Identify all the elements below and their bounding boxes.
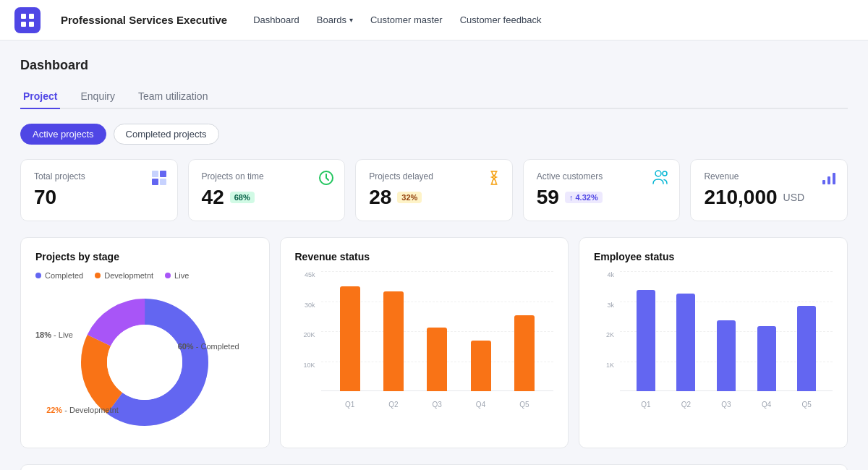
svg-point-10: [663, 171, 667, 176]
nav-customer-master[interactable]: Customer master: [370, 12, 443, 28]
filter-active-projects[interactable]: Active projects: [20, 124, 106, 145]
bar-q3: [427, 328, 447, 391]
live-dot: [165, 273, 171, 278]
employee-bar-q2: [676, 294, 695, 391]
x-label-q2: Q2: [383, 401, 404, 409]
tab-enquiry[interactable]: Enquiry: [77, 85, 117, 109]
legend-completed-label: Completed: [45, 271, 83, 280]
filter-row: Active projects Completed projects: [20, 124, 848, 145]
people-icon: [652, 170, 669, 187]
x-label-q3: Q3: [427, 401, 447, 409]
donut-pct-live: 18%: [35, 330, 51, 339]
svg-point-9: [655, 171, 661, 176]
svg-rect-7: [160, 179, 166, 185]
svg-rect-6: [152, 179, 158, 185]
metric-total-projects: Total projects 70: [20, 159, 178, 221]
employee-bar-q4: [757, 326, 776, 391]
svg-rect-3: [29, 22, 34, 27]
chart-icon: [821, 170, 837, 188]
legend-development: Developmetnt: [95, 271, 153, 280]
development-dot: [95, 273, 101, 278]
metric-revenue-label: Revenue: [704, 171, 834, 181]
bar-q1: [340, 286, 360, 391]
metric-revenue-value: 210,000: [704, 186, 777, 209]
employee-y-axis: 4k 3k 2K 1K: [594, 271, 617, 391]
legend-live-label: Live: [174, 271, 189, 280]
metric-delayed-badge: 32%: [397, 192, 422, 203]
app-title-group: Professional Services Executive: [61, 14, 227, 26]
metric-revenue: Revenue 210,000 USD: [690, 159, 848, 221]
emp-x-q2: Q2: [676, 401, 695, 409]
revenue-y-axis: 45k 30k 20K 10K: [295, 271, 318, 391]
filter-completed-projects[interactable]: Completed projects: [114, 124, 219, 145]
clock-icon: [318, 170, 334, 188]
donut-label-development: 22% - Developmetnt: [46, 406, 119, 414]
emp-x-q4: Q4: [757, 401, 776, 409]
emp-bar-q4: [757, 326, 776, 391]
svg-rect-1: [29, 14, 34, 19]
nav-boards[interactable]: Boards ▾: [317, 12, 353, 28]
bar-q5: [514, 315, 535, 391]
employee-chart-card: Employee status 4k 3k 2K 1K: [579, 237, 848, 448]
donut-pct-completed: 60%: [178, 342, 194, 351]
revenue-bar-q5: [514, 315, 535, 391]
metric-customers-badge: ↑ 4.32%: [565, 192, 603, 203]
metric-customers-label: Active customers: [537, 171, 667, 181]
employee-bars: [620, 271, 833, 391]
topnav: Professional Services Executive Dashboar…: [0, 0, 868, 40]
legend-live: Live: [165, 271, 189, 280]
page-title: Dashboard: [20, 58, 848, 73]
emp-bar-q2: [676, 294, 695, 391]
employee-x-labels: Q1 Q2 Q3 Q4 Q5: [620, 401, 833, 409]
svg-rect-2: [21, 22, 26, 27]
svg-rect-4: [152, 171, 158, 177]
metric-cards: Total projects 70 Projects on time 42 68…: [20, 159, 848, 221]
metric-total-label: Total projects: [34, 171, 164, 181]
svg-rect-0: [21, 14, 26, 19]
svg-rect-12: [827, 176, 830, 184]
metric-total-value: 70: [34, 186, 56, 209]
legend-completed: Completed: [35, 271, 83, 280]
stage-chart-title: Projects by stage: [35, 251, 255, 262]
chevron-down-icon: ▾: [349, 16, 353, 24]
bar-q2: [383, 291, 404, 391]
employee-bar-q1: [637, 290, 655, 391]
nav-dashboard[interactable]: Dashboard: [253, 12, 299, 28]
svg-point-18: [107, 325, 182, 400]
x-label-q5: Q5: [514, 401, 535, 409]
metric-ontime-label: Projects on time: [202, 171, 332, 181]
emp-x-q5: Q5: [797, 401, 816, 409]
employee-bar-q5: [797, 306, 816, 391]
legend-development-label: Developmetnt: [104, 271, 153, 280]
bar-q4: [471, 341, 491, 391]
revenue-chart-title: Revenue status: [295, 251, 554, 262]
revenue-chart-card: Revenue status 45k 30k 20K 10K: [280, 237, 569, 448]
stage-chart-legend: Completed Developmetnt Live: [35, 271, 255, 280]
app-title: Professional Services Executive: [61, 14, 227, 26]
metric-revenue-suffix: USD: [783, 192, 805, 203]
app-icon: [14, 7, 41, 33]
review-section: 🧑 Mustafa Customer sucess I Kissflow ★ ★…: [20, 464, 848, 470]
tab-bar: Project Enquiry Team utilization: [20, 85, 848, 109]
tab-project[interactable]: Project: [20, 85, 60, 109]
x-label-q4: Q4: [471, 401, 491, 409]
metric-customers-value: 59: [537, 186, 559, 209]
svg-rect-11: [822, 180, 825, 184]
revenue-x-labels: Q1 Q2 Q3 Q4 Q5: [321, 401, 554, 409]
nav-links: Dashboard Boards ▾ Customer master Custo…: [253, 12, 541, 28]
metric-projects-delayed: Projects delayed 28 32%: [355, 159, 513, 221]
tab-team-util[interactable]: Team utilization: [135, 85, 211, 109]
charts-row: Projects by stage Completed Developmetnt…: [20, 237, 848, 448]
donut-pct-development: 22%: [46, 406, 62, 414]
emp-bar-q5: [797, 306, 816, 391]
revenue-bar-q3: [427, 328, 447, 391]
employee-bar-q3: [717, 320, 736, 391]
svg-rect-13: [833, 173, 835, 184]
nav-customer-feedback[interactable]: Customer feedback: [460, 12, 542, 28]
x-label-q1: Q1: [340, 401, 360, 409]
revenue-bars: [321, 271, 554, 391]
employee-chart-title: Employee status: [594, 251, 833, 262]
revenue-bar-q1: [340, 286, 360, 391]
emp-bar-q1: [637, 290, 655, 391]
donut-label-completed: 60% - Completed: [178, 342, 239, 351]
